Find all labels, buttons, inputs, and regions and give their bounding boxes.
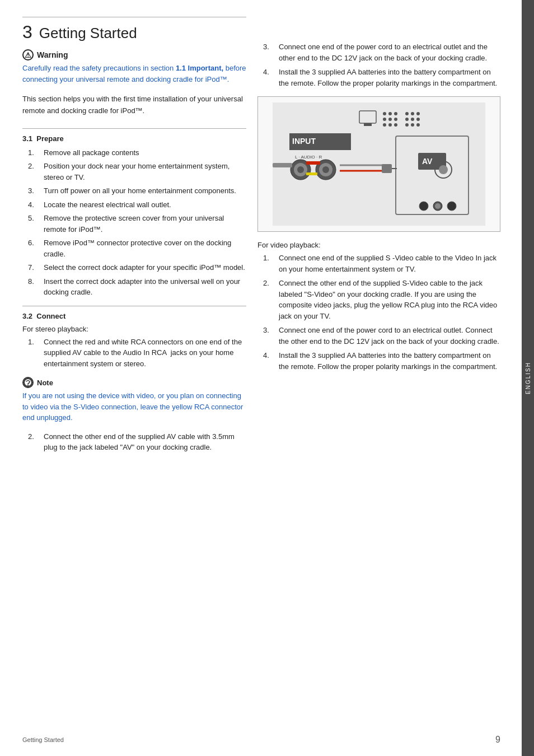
subsection-31-title: 3.1 Prepare: [22, 134, 246, 143]
list-item: 8.Insert the correct dock adapter into t…: [28, 276, 246, 298]
svg-point-6: [383, 118, 386, 121]
svg-text:L · AUDIO · R: L · AUDIO · R: [295, 155, 322, 160]
svg-point-28: [297, 166, 304, 173]
svg-rect-47: [382, 164, 392, 173]
svg-point-45: [447, 202, 456, 211]
svg-point-12: [405, 112, 409, 115]
page-number: 9: [495, 735, 500, 745]
note-text: If you are not using the device with vid…: [22, 390, 246, 423]
section-number: 3: [22, 22, 32, 43]
svg-point-14: [416, 112, 420, 115]
note-icon: [22, 377, 34, 388]
subsection-32-title: 3.2 Connect: [22, 312, 246, 320]
note-header: Note: [22, 377, 246, 388]
subsection-connect: 3.2 Connect For stereo playback: 1.Conne…: [22, 306, 246, 370]
right-column: 3.Connect one end of the power cord to a…: [257, 17, 500, 734]
list-item: 6.Remove iPod™ connector protective cove…: [28, 237, 246, 259]
svg-point-19: [411, 123, 414, 127]
svg-text:INPUT: INPUT: [292, 137, 316, 146]
list-item: 2.Connect the other end of the supplied …: [28, 431, 246, 453]
stereo-list-2: 2.Connect the other end of the supplied …: [28, 431, 246, 453]
note-box: Note If you are not using the device wit…: [22, 377, 246, 423]
warning-text-part1: Carefully read the safety precautions in…: [22, 64, 176, 72]
side-tab-label: ENGLISH: [525, 362, 531, 394]
list-item: 2.Position your dock near your home ente…: [28, 161, 246, 183]
note-svg-icon: [24, 378, 32, 387]
svg-point-17: [416, 118, 420, 121]
svg-point-7: [388, 118, 392, 121]
for-stereo-label: For stereo playback:: [22, 325, 246, 333]
svg-point-15: [405, 118, 409, 121]
section-title: Getting Started: [39, 25, 137, 42]
svg-point-41: [439, 165, 448, 174]
list-item: 4.Install the 3 supplied AA batteries in…: [263, 67, 500, 88]
list-item: 1.Connect one end of the supplied S -Vid…: [263, 253, 500, 274]
list-item: 4.Locate the nearest electrical wall out…: [28, 199, 246, 211]
note-title: Note: [37, 379, 53, 387]
warning-text: Carefully read the safety precautions in…: [22, 63, 246, 85]
svg-point-8: [394, 118, 397, 121]
footer-left: Getting Started: [22, 736, 64, 743]
list-item: 3.Turn off power on all your home entert…: [28, 185, 246, 197]
svg-point-10: [388, 123, 392, 127]
stereo-list: 1.Connect the red and white RCA connecto…: [28, 337, 246, 370]
svg-point-3: [383, 112, 386, 115]
list-item: 5.Remove the protective screen cover fro…: [28, 213, 246, 235]
list-item: 3.Connect one end of the power cord to a…: [263, 325, 500, 347]
warning-icon: ⚠: [22, 49, 34, 60]
footer: Getting Started 9: [22, 735, 500, 745]
warning-header: ⚠ Warning: [22, 49, 246, 60]
device-svg: INPUT L · AUDIO · R: [264, 102, 494, 226]
warning-bold: 1.1 Important,: [176, 64, 223, 72]
svg-rect-32: [273, 163, 292, 167]
svg-rect-34: [306, 172, 317, 175]
list-item: 2.Connect the other end of the supplied …: [263, 278, 500, 321]
svg-point-42: [419, 202, 428, 211]
svg-point-44: [435, 203, 441, 209]
list-item: 7.Select the correct dock adapter for yo…: [28, 262, 246, 273]
list-item: 1.Remove all package contents: [28, 147, 246, 158]
svg-point-31: [322, 166, 329, 173]
video-list: 1.Connect one end of the supplied S -Vid…: [263, 253, 500, 372]
svg-point-18: [405, 123, 409, 127]
english-side-tab: ENGLISH: [522, 0, 534, 756]
svg-rect-22: [364, 123, 372, 126]
svg-point-16: [411, 118, 414, 121]
device-diagram: INPUT L · AUDIO · R: [264, 102, 494, 226]
svg-point-5: [394, 112, 397, 115]
svg-point-11: [394, 123, 397, 127]
svg-rect-33: [306, 161, 320, 165]
svg-point-20: [416, 123, 420, 127]
for-video-label: For video playback:: [257, 241, 500, 249]
svg-text:AV: AV: [422, 157, 433, 166]
svg-point-4: [388, 112, 392, 115]
prepare-list: 1.Remove all package contents 2.Position…: [28, 147, 246, 298]
device-image: INPUT L · AUDIO · R: [257, 96, 500, 232]
right-stereo-list: 3.Connect one end of the power cord to a…: [263, 41, 500, 88]
intro-text: This section helps you with the first ti…: [22, 94, 246, 117]
section-header: 3 Getting Started: [22, 17, 246, 43]
list-item: 1.Connect the red and white RCA connecto…: [28, 337, 246, 370]
list-item: 4.Install the 3 supplied AA batteries in…: [263, 350, 500, 372]
list-item: 3.Connect one end of the power cord to a…: [263, 41, 500, 63]
subsection-prepare: 3.1 Prepare 1.Remove all package content…: [22, 128, 246, 298]
warning-title: Warning: [37, 50, 68, 59]
svg-point-1: [27, 385, 29, 386]
svg-point-9: [383, 123, 386, 127]
left-column: 3 Getting Started ⚠ Warning Carefully re…: [22, 17, 246, 734]
svg-point-13: [411, 112, 414, 115]
warning-box: ⚠ Warning Carefully read the safety prec…: [22, 49, 246, 85]
